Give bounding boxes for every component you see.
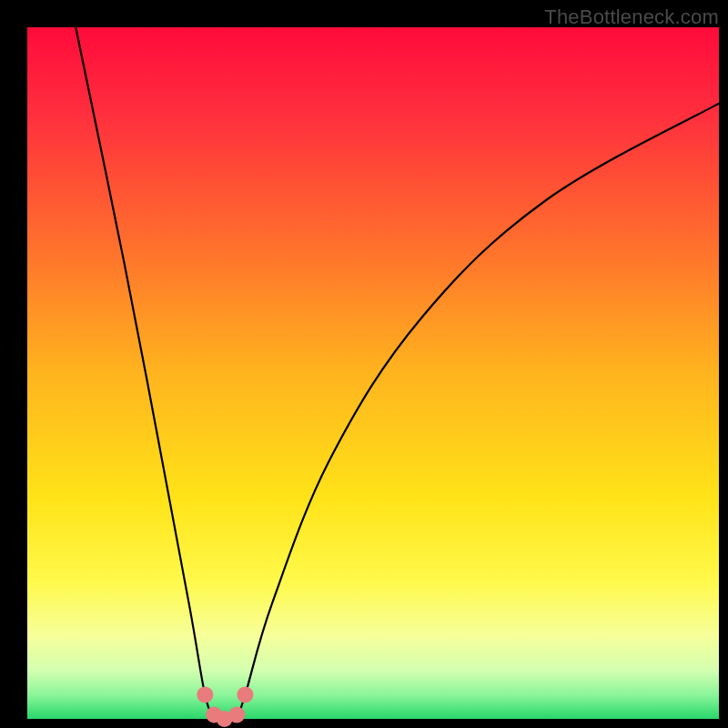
plot-background [27, 27, 719, 719]
curve-marker [237, 686, 253, 703]
bottleneck-chart [0, 0, 728, 728]
curve-marker [197, 686, 213, 703]
chart-frame: TheBottleneck.com [0, 0, 728, 728]
curve-marker [228, 706, 245, 723]
watermark-text: TheBottleneck.com [544, 5, 719, 29]
